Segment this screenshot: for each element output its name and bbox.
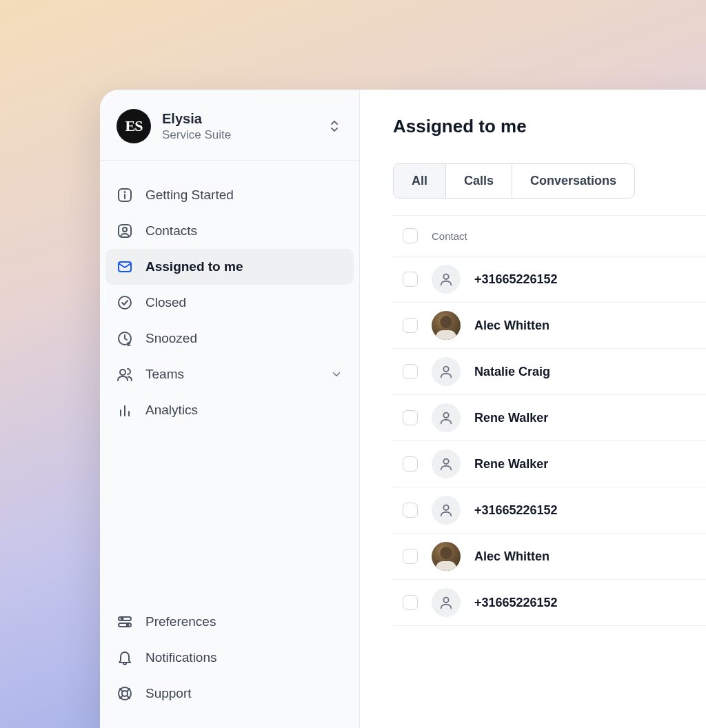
contact-name: Alec Whitten <box>474 318 549 333</box>
sidebar-item-contacts[interactable]: Contacts <box>105 213 354 249</box>
tab-conversations[interactable]: Conversations <box>512 164 634 198</box>
chevron-down-icon[interactable] <box>330 368 343 381</box>
svg-line-20 <box>127 689 130 691</box>
org-switcher[interactable]: ES Elysia Service Suite <box>100 90 359 161</box>
row-checkbox[interactable] <box>403 364 418 379</box>
select-all-checkbox[interactable] <box>403 228 418 243</box>
row-checkbox[interactable] <box>403 318 418 333</box>
sidebar-item-notifications[interactable]: Notifications <box>105 640 354 676</box>
svg-line-21 <box>120 696 123 698</box>
sidebar-item-label: Support <box>145 686 192 701</box>
table-header: Contact <box>393 216 706 256</box>
tab-all[interactable]: All <box>394 164 446 198</box>
sidebar-item-getting-started[interactable]: Getting Started <box>105 177 354 213</box>
svg-point-15 <box>127 624 129 626</box>
sidebar-item-closed[interactable]: Closed <box>105 285 354 321</box>
bar-chart-icon <box>117 402 133 418</box>
sidebar-item-label: Notifications <box>145 650 217 665</box>
avatar <box>432 542 461 571</box>
table-row[interactable]: +31665226152 <box>393 256 706 303</box>
svg-point-23 <box>443 367 448 372</box>
sidebar-item-label: Contacts <box>145 223 197 239</box>
lifebuoy-icon <box>117 685 133 702</box>
row-checkbox[interactable] <box>403 410 418 425</box>
avatar-placeholder-icon <box>432 588 461 617</box>
svg-point-26 <box>443 505 448 510</box>
sidebar-item-teams[interactable]: Teams <box>105 356 354 392</box>
contact-name: Rene Walker <box>474 411 548 425</box>
user-square-icon <box>117 223 133 239</box>
avatar-placeholder-icon <box>432 449 461 478</box>
table-row[interactable]: +31665226152 <box>393 487 706 534</box>
sidebar-item-support[interactable]: Support <box>105 676 354 711</box>
contacts-table: Contact +31665226152Alec WhittenNatalie … <box>393 215 706 626</box>
table-row[interactable]: Rene Walker <box>393 395 706 441</box>
chevron-up-down-icon[interactable] <box>326 117 343 136</box>
row-checkbox[interactable] <box>403 456 418 472</box>
check-circle-icon <box>117 294 133 311</box>
nav-primary: Getting StartedContactsAssigned to meClo… <box>100 161 359 598</box>
org-name: Elysia <box>162 111 326 127</box>
info-icon <box>117 187 133 203</box>
sidebar-item-assigned-to-me[interactable]: Assigned to me <box>105 249 354 285</box>
column-header-contact: Contact <box>432 230 467 242</box>
table-row[interactable]: Natalie Craig <box>393 349 706 395</box>
avatar-placeholder-icon <box>432 403 461 432</box>
app-window: ES Elysia Service Suite Getting StartedC… <box>100 90 706 728</box>
filter-tabs: AllCallsConversations <box>393 163 635 199</box>
page-title: Assigned to me <box>393 116 706 137</box>
tab-calls[interactable]: Calls <box>446 164 512 198</box>
svg-point-6 <box>119 296 131 309</box>
svg-point-27 <box>443 598 448 603</box>
sidebar-item-label: Snoozed <box>145 331 197 346</box>
table-row[interactable]: Alec Whitten <box>393 534 706 580</box>
svg-point-22 <box>443 274 448 279</box>
svg-point-4 <box>123 228 127 232</box>
org-logo: ES <box>117 109 151 143</box>
svg-line-19 <box>127 696 130 698</box>
users-icon <box>117 366 133 383</box>
contact-name: +31665226152 <box>474 596 558 610</box>
row-checkbox[interactable] <box>403 503 418 518</box>
sidebar-item-label: Closed <box>145 295 186 310</box>
main-panel: Assigned to me AllCallsConversations Con… <box>360 90 706 728</box>
row-checkbox[interactable] <box>403 272 418 287</box>
org-subtitle: Service Suite <box>162 128 326 142</box>
sidebar-item-label: Preferences <box>145 614 216 629</box>
svg-point-8 <box>120 370 125 375</box>
sidebar-item-label: Assigned to me <box>145 259 243 274</box>
svg-line-18 <box>120 689 123 691</box>
nav-secondary: PreferencesNotificationsSupport <box>100 598 359 728</box>
sliders-icon <box>117 614 133 630</box>
contact-name: +31665226152 <box>474 503 558 518</box>
row-checkbox[interactable] <box>403 549 418 564</box>
contact-name: Rene Walker <box>474 457 548 472</box>
bell-icon <box>117 649 133 666</box>
sidebar-item-snoozed[interactable]: Snoozed <box>105 321 354 356</box>
svg-point-14 <box>121 618 123 620</box>
avatar <box>432 311 461 340</box>
table-row[interactable]: Alec Whitten <box>393 303 706 349</box>
sidebar-item-analytics[interactable]: Analytics <box>105 392 354 428</box>
avatar-placeholder-icon <box>432 265 461 294</box>
row-checkbox[interactable] <box>403 595 418 610</box>
avatar-placeholder-icon <box>432 496 461 525</box>
clock-snooze-icon <box>117 330 133 347</box>
contact-name: +31665226152 <box>474 272 558 287</box>
sidebar-item-label: Getting Started <box>145 188 234 203</box>
sidebar: ES Elysia Service Suite Getting StartedC… <box>100 90 360 728</box>
contact-name: Natalie Craig <box>474 365 550 379</box>
contact-name: Alec Whitten <box>474 549 549 564</box>
table-row[interactable]: Rene Walker <box>393 441 706 487</box>
avatar-placeholder-icon <box>432 357 461 386</box>
svg-point-2 <box>125 192 125 192</box>
mail-icon <box>117 259 133 275</box>
svg-point-25 <box>443 459 448 464</box>
table-row[interactable]: +31665226152 <box>393 580 706 626</box>
sidebar-item-label: Analytics <box>145 403 198 418</box>
sidebar-item-preferences[interactable]: Preferences <box>105 604 354 640</box>
sidebar-item-label: Teams <box>145 367 184 382</box>
svg-point-24 <box>443 413 448 418</box>
